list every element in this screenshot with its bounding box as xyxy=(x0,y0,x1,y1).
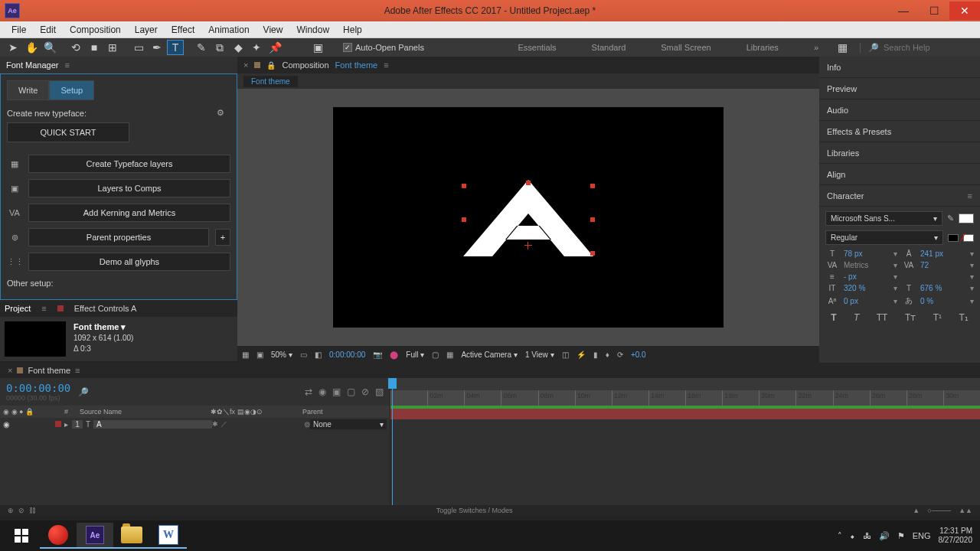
zoom-in-icon[interactable]: ▲▲ xyxy=(959,507,972,514)
panel-icon[interactable]: ▣ xyxy=(309,40,326,55)
eyedropper-icon[interactable]: ✎ xyxy=(947,214,954,223)
timeline-search-icon[interactable]: 🔎 xyxy=(78,387,89,397)
workspace-libraries[interactable]: Libraries xyxy=(740,40,785,55)
menu-file[interactable]: File xyxy=(5,23,33,37)
pixel-aspect-icon[interactable]: ◫ xyxy=(562,350,569,359)
workspace-standard[interactable]: Standard xyxy=(586,40,632,55)
menu-help[interactable]: Help xyxy=(336,23,369,37)
rectangle-tool-icon[interactable]: ▭ xyxy=(130,40,147,55)
parent-add-button[interactable]: + xyxy=(215,229,230,246)
frame-icon[interactable]: ▭ xyxy=(300,350,307,359)
snapshot-icon[interactable]: 📷 xyxy=(373,350,382,359)
hscale-input[interactable]: 676 %▾ xyxy=(920,284,974,292)
allcaps-button[interactable]: TT xyxy=(877,312,888,323)
mask-icon[interactable]: ◧ xyxy=(315,350,322,359)
parent-properties-button[interactable]: Parent properties xyxy=(28,228,209,246)
roto-tool-icon[interactable]: ✦ xyxy=(248,40,265,55)
taskbar-opera[interactable] xyxy=(40,523,77,549)
timeline-layer[interactable]: ◉ ▸ 1 T A ✱ ／ ⊚ None▾ xyxy=(0,418,390,430)
project-menu-icon[interactable]: ≡ xyxy=(41,304,46,313)
layer-bar[interactable] xyxy=(390,409,980,419)
kerning-select[interactable]: Metrics▾ xyxy=(844,261,897,269)
search-help-input[interactable] xyxy=(884,43,975,52)
quick-start-button[interactable]: QUICK START xyxy=(7,122,129,142)
panel-menu-icon[interactable]: ≡ xyxy=(64,60,69,70)
timeline-ruler[interactable]: 02m 04m 06m 08m 10m 12m 14m 16m 18m 20m … xyxy=(390,390,980,406)
handle-ml[interactable] xyxy=(462,217,466,222)
fm-tab-write[interactable]: Write xyxy=(7,80,49,100)
handle-tl[interactable] xyxy=(462,184,466,188)
zoom-slider[interactable]: ○──── xyxy=(927,507,951,514)
menu-view[interactable]: View xyxy=(256,23,290,37)
workspace-essentials[interactable]: Essentials xyxy=(511,40,562,55)
exposure-value[interactable]: +0.0 xyxy=(631,350,646,359)
panel-character-header[interactable]: Character ≡ xyxy=(819,185,980,207)
display-icon[interactable]: ▣ xyxy=(256,350,263,359)
panel-preview[interactable]: Preview xyxy=(819,78,980,99)
panel-libraries[interactable]: Libraries xyxy=(819,142,980,164)
grid-icon[interactable]: ▦ xyxy=(242,350,249,359)
superscript-button[interactable]: T¹ xyxy=(933,312,942,323)
panel-audio[interactable]: Audio xyxy=(819,99,980,121)
menu-animation[interactable]: Animation xyxy=(201,23,256,37)
fill-swatch[interactable] xyxy=(959,214,974,223)
project-thumbnail[interactable] xyxy=(5,321,66,357)
add-kerning-button[interactable]: Add Kerning and Metrics xyxy=(28,204,230,222)
menu-window[interactable]: Window xyxy=(289,23,336,37)
eraser-tool-icon[interactable]: ◆ xyxy=(230,40,247,55)
handle-br[interactable] xyxy=(590,251,595,256)
italic-button[interactable]: T xyxy=(854,312,859,323)
close-button[interactable]: ✕ xyxy=(949,2,980,20)
font-size-input[interactable]: 78 px▾ xyxy=(844,249,897,258)
taskbar-word[interactable]: W xyxy=(150,523,187,549)
taskbar-after-effects[interactable]: Ae xyxy=(77,523,113,549)
comp-breadcrumb[interactable]: Font theme xyxy=(243,76,298,87)
timeline-menu-icon[interactable]: ≡ xyxy=(75,366,80,375)
vscale-input[interactable]: 320 %▾ xyxy=(844,284,897,292)
transparency-icon[interactable]: ▦ xyxy=(446,350,453,359)
camera-tool-icon[interactable]: ■ xyxy=(86,40,103,55)
menu-layer[interactable]: Layer xyxy=(128,23,165,37)
motion-blur-icon[interactable]: ⊘ xyxy=(361,386,369,397)
bold-button[interactable]: T xyxy=(831,312,836,323)
maximize-button[interactable]: ☐ xyxy=(919,2,949,20)
fast-preview-icon[interactable]: ⚡ xyxy=(577,350,586,359)
layer-name[interactable]: A xyxy=(93,420,212,429)
menu-effect[interactable]: Effect xyxy=(165,23,201,37)
minimize-button[interactable]: — xyxy=(888,2,919,20)
canvas[interactable] xyxy=(333,107,724,328)
puppet-tool-icon[interactable]: 📌 xyxy=(266,40,283,55)
flowchart-icon[interactable]: ♦ xyxy=(606,350,609,359)
panel-info[interactable]: Info xyxy=(819,57,980,78)
panel-align[interactable]: Align xyxy=(819,164,980,185)
rotate-tool-icon[interactable]: ⟲ xyxy=(67,40,84,55)
toggle-switches-button[interactable]: Toggle Switches / Modes xyxy=(436,507,513,514)
layer-expand-icon[interactable]: ▸ xyxy=(64,420,72,429)
subscript-button[interactable]: T₁ xyxy=(959,312,968,323)
demo-glyphs-button[interactable]: Demo all glyphs xyxy=(28,253,230,271)
tsume-input[interactable]: 0 %▾ xyxy=(920,297,974,305)
layer-color-icon[interactable] xyxy=(55,421,61,427)
handle-tc[interactable] xyxy=(526,181,531,185)
frame-blend-icon[interactable]: ▢ xyxy=(347,386,355,397)
pan-behind-tool-icon[interactable]: ⊞ xyxy=(104,40,121,55)
stroke-swatch-black[interactable] xyxy=(948,234,959,242)
menu-composition[interactable]: Composition xyxy=(63,23,128,37)
comp-menu-icon[interactable]: ≡ xyxy=(384,60,388,70)
lock-icon[interactable]: 🔒 xyxy=(266,61,276,70)
parent-col[interactable]: Parent xyxy=(302,408,387,416)
handle-tr[interactable] xyxy=(590,184,595,188)
menu-edit[interactable]: Edit xyxy=(33,23,63,37)
playhead[interactable] xyxy=(392,378,393,505)
pickwhip-icon[interactable]: ⊚ xyxy=(304,420,310,429)
channel-icon[interactable]: ⬤ xyxy=(390,350,398,359)
leading-input[interactable]: 241 px▾ xyxy=(920,249,974,258)
hand-tool-icon[interactable]: ✋ xyxy=(23,40,40,55)
effect-controls-tab[interactable]: Effect Controls A xyxy=(74,304,137,313)
viewer-time[interactable]: 0:00:00:00 xyxy=(329,350,365,359)
graph-editor-icon[interactable]: ▧ xyxy=(375,386,384,397)
panel-effects-presets[interactable]: Effects & Presets xyxy=(819,121,980,142)
timeline-icon[interactable]: ▮ xyxy=(593,350,598,359)
workspace-small-screen[interactable]: Small Screen xyxy=(655,40,717,55)
tray-volume-icon[interactable]: 🔊 xyxy=(879,531,890,541)
